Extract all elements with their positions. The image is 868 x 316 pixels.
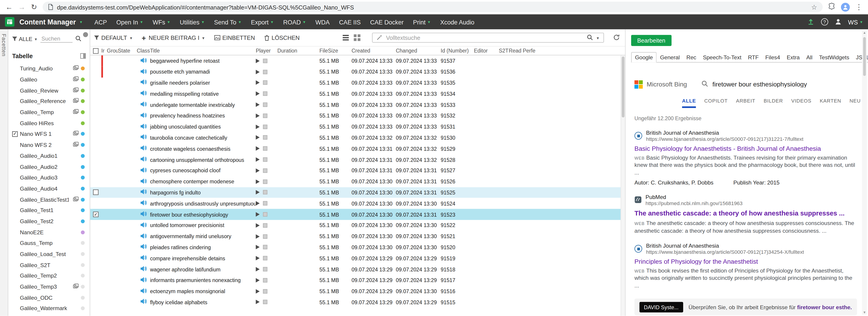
app-menu-item[interactable]: Open In▼ <box>116 19 143 25</box>
profile-avatar[interactable] <box>841 2 850 11</box>
play-icon[interactable] <box>256 289 260 294</box>
play-icon[interactable] <box>256 245 260 250</box>
bing-tab[interactable]: KARTEN <box>820 98 841 108</box>
result-title-link[interactable]: The anesthetic cascade: a theory of how … <box>634 209 856 217</box>
stop-icon[interactable] <box>263 278 268 283</box>
table-checkbox[interactable]: ✓ <box>12 131 18 137</box>
fulltext-search-icon[interactable] <box>587 34 593 41</box>
table-list-item[interactable]: ✓ Turing_Audio <box>8 63 90 74</box>
play-icon[interactable] <box>256 190 260 195</box>
content-row[interactable]: poussette etch yamamadi 55.1 MB 09.07.20… <box>90 66 625 77</box>
play-icon[interactable] <box>256 234 260 238</box>
column-header[interactable]: Read Perfe <box>509 48 625 54</box>
stop-icon[interactable] <box>263 300 268 305</box>
bing-tab[interactable]: COPILOT <box>704 98 728 108</box>
content-row[interactable]: wagener aphrodite latifundium 55.1 MB 09… <box>90 264 625 275</box>
table-list-item[interactable]: ✓ Galileo <box>8 74 90 85</box>
fulltext-search-input[interactable]: Volltextsuche ▼ <box>372 33 604 42</box>
help-icon[interactable]: ? <box>821 18 828 26</box>
play-icon[interactable] <box>256 103 260 107</box>
app-menu-item[interactable]: Export▼ <box>251 19 274 25</box>
stop-icon[interactable] <box>263 212 268 217</box>
result-title-link[interactable]: Basic Physiology for Anaesthetists - Bri… <box>634 145 856 152</box>
column-header[interactable]: Id (Number) <box>441 48 474 54</box>
content-row[interactable]: cypreses cuneoscaphoid cloof 55.1 MB 09.… <box>90 165 625 176</box>
scroll-down-arrow-icon[interactable]: ▼ <box>862 311 867 314</box>
default-filter-dropdown[interactable]: DEFAULT▼ <box>94 34 133 41</box>
table-list-item[interactable]: ✓ Galileo_Test1 <box>8 205 90 216</box>
play-icon[interactable] <box>256 91 260 96</box>
stop-icon[interactable] <box>263 135 268 140</box>
new-entry-button[interactable]: + NEUER BEITRAG I▼ <box>142 33 205 42</box>
play-icon[interactable] <box>256 223 260 228</box>
content-row[interactable]: crotonate wageless coenaesthesis 55.1 MB… <box>90 143 625 154</box>
stop-icon[interactable] <box>263 223 268 228</box>
content-row[interactable]: beggarweed hyperfine retoast 55.1 MB 09.… <box>90 55 625 66</box>
table-list-item[interactable]: ✓ Galileo_ODC <box>8 292 90 303</box>
stop-icon[interactable] <box>263 157 268 162</box>
stop-icon[interactable] <box>263 70 268 74</box>
stop-icon[interactable] <box>263 289 268 294</box>
sidebar-search-icon[interactable] <box>75 34 82 44</box>
content-row[interactable]: arthrogryposis undisastrously unpresumpt… <box>90 198 625 209</box>
stop-icon[interactable] <box>263 201 268 206</box>
play-icon[interactable] <box>256 81 260 85</box>
detail-tab[interactable]: RTF <box>745 53 762 62</box>
table-list-item[interactable]: ✓ Nano WFS 1 <box>8 128 90 139</box>
stop-icon[interactable] <box>263 179 268 184</box>
bing-tab[interactable]: ALLE <box>682 98 696 108</box>
detail-tab[interactable]: Speech-To-Text <box>700 53 744 62</box>
browser-menu-icon[interactable]: ⋮ <box>855 3 863 11</box>
content-row[interactable]: prevalency headiness hoatzines 55.1 MB 0… <box>90 110 625 121</box>
bing-promo-bar[interactable]: DAVID Syste... Überprüfen Sie, ob Ihr ar… <box>634 299 857 315</box>
table-list-item[interactable]: ✓ Galileo HiRes <box>8 118 90 128</box>
play-icon[interactable] <box>256 113 260 118</box>
browser-reload-icon[interactable]: ↻ <box>31 3 37 11</box>
browser-back-icon[interactable]: ← <box>5 3 13 11</box>
table-list-item[interactable]: ✓ Galileo_Audio3 <box>8 172 90 183</box>
stop-icon[interactable] <box>263 245 268 250</box>
app-menu-item[interactable]: WDA▼ <box>315 19 330 25</box>
column-header[interactable]: Ir <box>101 48 107 54</box>
column-header[interactable]: S2T <box>499 48 509 54</box>
edit-button[interactable]: Bearbeiten <box>631 35 672 46</box>
content-row[interactable]: taurobolia concave catechetically 55.1 M… <box>90 132 625 143</box>
list-scrollbar[interactable] <box>621 55 625 316</box>
detail-tab[interactable]: Rec <box>683 53 700 62</box>
table-list-item[interactable]: ✓ Galileo_Test2 <box>8 216 90 227</box>
table-list-item[interactable]: ✓ NanoE2E <box>8 227 90 238</box>
content-row[interactable]: flyboy icelidae alphabets 55.1 MB 09.07.… <box>90 297 625 308</box>
stop-icon[interactable] <box>263 113 268 118</box>
list-scrollbar-thumb[interactable] <box>622 57 624 117</box>
row-checkbox[interactable] <box>93 190 98 195</box>
table-list-item[interactable]: ✓ Galileo_Temp3 <box>8 281 90 292</box>
select-all-checkbox[interactable] <box>93 48 98 53</box>
table-list-item[interactable]: ✓ Gauss_Temp <box>8 238 90 249</box>
column-header[interactable]: Duration <box>277 48 319 54</box>
content-row[interactable]: medalling misspelling rotative 55.1 MB 0… <box>90 88 625 99</box>
stop-icon[interactable] <box>263 81 268 85</box>
stop-icon[interactable] <box>263 103 268 107</box>
play-icon[interactable] <box>256 124 260 129</box>
detail-scrollbar[interactable]: ▲ ▼ <box>862 31 867 315</box>
facet-strip[interactable]: Facetten <box>0 29 8 316</box>
user-menu[interactable]: WS▼ <box>848 19 863 25</box>
content-row[interactable]: jabbing unosculated quantities 55.1 MB 0… <box>90 121 625 132</box>
play-icon[interactable] <box>256 70 260 74</box>
delete-button[interactable]: LÖSCHEN <box>264 34 300 41</box>
browser-forward-icon[interactable]: → <box>18 3 26 11</box>
address-bar[interactable]: dpe.davidsystems-test.com/DpeWebApplicat… <box>42 2 823 12</box>
content-row[interactable]: firetower bour esthesiophysiology 55.1 M… <box>90 209 625 220</box>
app-menu-item[interactable]: WFs▼ <box>153 19 170 25</box>
stop-icon[interactable] <box>263 124 268 129</box>
embed-button[interactable]: EINBETTEN <box>214 34 255 41</box>
bing-brand[interactable]: Microsoft Bing <box>647 81 687 87</box>
bing-tab[interactable]: VIDEOS <box>791 98 811 108</box>
play-icon[interactable] <box>256 278 260 283</box>
content-row[interactable]: antigovernmentally mirid unelusory 55.1 … <box>90 231 625 242</box>
row-checkbox[interactable] <box>93 212 98 217</box>
stop-icon[interactable] <box>263 234 268 238</box>
app-logo[interactable] <box>5 17 14 27</box>
stop-icon[interactable] <box>263 256 268 261</box>
column-header[interactable]: Changed <box>396 48 441 54</box>
